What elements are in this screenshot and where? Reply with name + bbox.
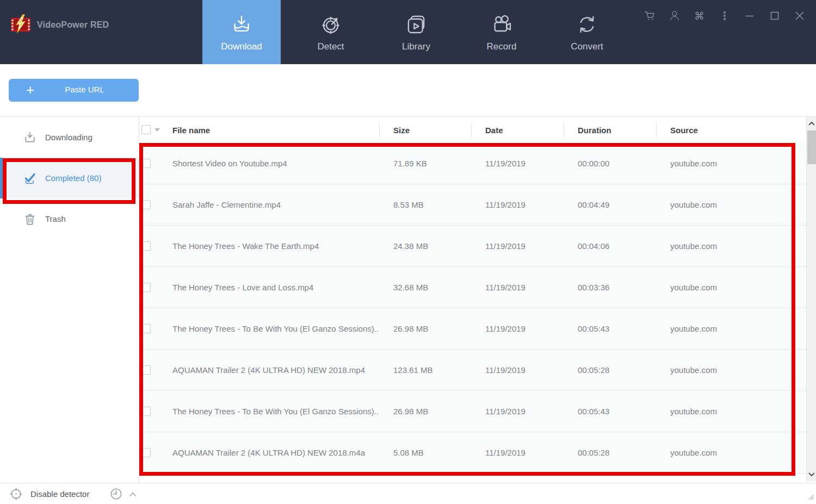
column-duration[interactable]: Duration [564,126,656,135]
cart-icon[interactable] [640,8,658,24]
cell-source: youtube.com [656,241,806,251]
table-body: Shortest Video on Youtube.mp4 71.89 KB 1… [139,143,806,474]
cell-file-name: AQUAMAN Trailer 2 (4K ULTRA HD) NEW 2018… [170,448,379,457]
cell-date: 11/19/2019 [471,324,564,333]
table-row[interactable]: AQUAMAN Trailer 2 (4K ULTRA HD) NEW 2018… [139,432,806,474]
sidebar-item-completed[interactable]: Completed (80) [0,158,139,198]
maximize-icon[interactable] [765,8,783,24]
vertical-scrollbar[interactable] [806,117,816,481]
row-checkbox[interactable] [141,365,151,375]
header-separator [656,122,657,138]
cell-file-name: Sarah Jaffe - Clementine.mp4 [170,200,379,209]
table-row[interactable]: Shortest Video on Youtube.mp4 71.89 KB 1… [139,143,806,184]
disable-detector-toggle[interactable]: Disable detector [9,487,89,501]
download-icon [230,13,253,36]
app-window: VideoPower RED Download [0,0,816,504]
row-checkbox-cell [139,350,170,390]
row-checkbox[interactable] [141,324,151,333]
cell-size: 26.98 MB [379,324,471,333]
column-date[interactable]: Date [471,126,564,135]
commands-icon[interactable]: ⌘ [690,8,708,24]
tab-label: Download [221,41,262,52]
tab-label: Record [487,41,517,52]
tab-library[interactable]: Library [381,0,452,64]
header-checkbox-cell [139,117,170,143]
record-icon [490,13,513,36]
column-size[interactable]: Size [379,126,471,135]
header-caret-icon[interactable] [154,128,160,132]
user-icon[interactable] [665,8,683,24]
chevron-up-icon[interactable] [129,491,137,497]
cell-date: 11/19/2019 [471,159,564,168]
select-all-checkbox[interactable] [141,125,151,134]
table-row[interactable]: AQUAMAN Trailer 2 (4K ULTRA HD) NEW 2018… [139,350,806,391]
cell-source: youtube.com [656,200,806,209]
sidebar-item-trash[interactable]: Trash [0,198,139,239]
detect-icon [319,13,342,36]
column-source[interactable]: Source [656,126,806,135]
tab-detect[interactable]: Detect [295,0,366,64]
kebab-menu-icon[interactable] [715,8,733,24]
cell-size: 32.68 MB [379,283,471,292]
table-row[interactable]: Sarah Jaffe - Clementine.mp4 8.53 MB 11/… [139,184,806,226]
row-checkbox[interactable] [141,448,151,457]
row-checkbox[interactable] [141,283,151,292]
sidebar-item-label: Downloading [45,133,92,142]
row-checkbox-cell [139,308,170,349]
row-checkbox[interactable] [141,200,151,209]
cell-duration: 00:05:43 [564,324,656,333]
sidebar-item-label: Trash [45,214,66,223]
tab-download[interactable]: Download [202,0,281,64]
minimize-icon[interactable] [740,8,758,24]
sidebar: Downloading Completed (80) Tras [0,117,139,483]
cell-size: 26.98 MB [379,407,471,416]
cell-file-name: Shortest Video on Youtube.mp4 [170,159,379,168]
app-title: VideoPower RED [37,20,109,30]
sidebar-item-label: Completed (80) [45,173,101,183]
cell-duration: 00:05:28 [564,448,656,457]
app-logo-icon [10,13,32,37]
cell-source: youtube.com [656,324,806,333]
title-bar: VideoPower RED Download [0,0,816,64]
table-row[interactable]: The Honey Trees - Love and Loss.mp4 32.6… [139,267,806,308]
paste-url-button[interactable]: + Paste URL [9,79,139,102]
cell-date: 11/19/2019 [471,200,564,209]
disable-detector-label: Disable detector [30,489,89,499]
cell-duration: 00:05:43 [564,407,656,416]
row-checkbox-cell [139,432,170,473]
resize-grip-icon[interactable] [808,493,814,502]
cell-duration: 00:00:00 [564,159,656,168]
schedule-control[interactable] [109,487,137,501]
cell-file-name: The Honey Trees - Wake The Earth.mp4 [170,241,379,251]
table-header: File name Size Date Duration Source [139,117,806,143]
row-checkbox-cell [139,143,170,184]
cell-duration: 00:04:06 [564,241,656,251]
header-separator [564,122,564,138]
column-file-name[interactable]: File name [170,126,379,135]
scrollbar-thumb[interactable] [807,130,816,164]
cell-date: 11/19/2019 [471,448,564,457]
table-row[interactable]: The Honey Trees - To Be With You (El Gan… [139,308,806,350]
cell-size: 5.08 MB [379,448,471,457]
scroll-down-icon[interactable] [807,469,816,480]
tab-convert[interactable]: Convert [552,0,622,64]
cell-file-name: The Honey Trees - To Be With You (El Gan… [170,407,379,416]
cell-date: 11/19/2019 [471,241,564,251]
tab-record[interactable]: Record [466,0,537,64]
cell-file-name: The Honey Trees - Love and Loss.mp4 [170,283,379,292]
row-checkbox[interactable] [141,241,151,251]
cell-source: youtube.com [656,407,806,416]
tab-label: Convert [571,41,603,52]
completed-icon [23,171,37,185]
row-checkbox[interactable] [141,407,151,416]
library-icon [405,13,428,36]
table-row[interactable]: The Honey Trees - To Be With You (El Gan… [139,391,806,432]
scroll-up-icon[interactable] [807,118,816,129]
row-checkbox[interactable] [141,159,151,168]
sidebar-item-downloading[interactable]: Downloading [0,117,139,158]
window-controls: ⌘ [640,8,808,24]
downloading-icon [23,130,37,145]
table-row[interactable]: The Honey Trees - Wake The Earth.mp4 24.… [139,226,806,267]
close-icon[interactable] [790,8,808,24]
tab-label: Detect [317,41,344,52]
